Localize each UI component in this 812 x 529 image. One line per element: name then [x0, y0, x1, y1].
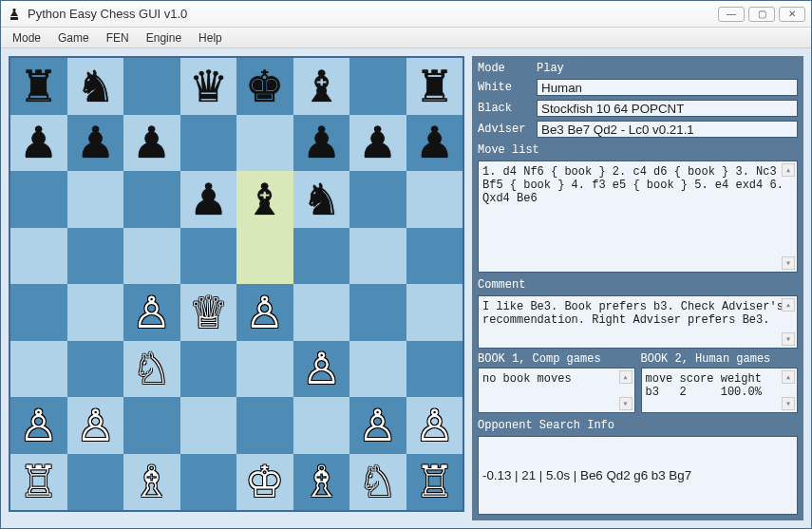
- square-a7[interactable]: ♟: [10, 115, 67, 172]
- square-h4[interactable]: [406, 284, 463, 341]
- piece-p: ♟: [189, 178, 228, 221]
- square-c5[interactable]: [123, 228, 180, 285]
- adviser-field[interactable]: [537, 121, 798, 138]
- square-g6[interactable]: [349, 171, 406, 228]
- square-b5[interactable]: [67, 228, 124, 285]
- square-a6[interactable]: [10, 171, 67, 228]
- square-e4[interactable]: ♙: [236, 284, 293, 341]
- square-a2[interactable]: ♙: [10, 397, 67, 454]
- minimize-button[interactable]: —: [718, 7, 745, 22]
- square-b6[interactable]: [67, 171, 124, 228]
- square-h5[interactable]: [406, 228, 463, 285]
- scrollbar-icon[interactable]: ▴▾: [619, 370, 633, 410]
- square-e3[interactable]: [236, 341, 293, 398]
- square-e2[interactable]: [236, 397, 293, 454]
- app-icon: [7, 7, 22, 22]
- square-b4[interactable]: [67, 284, 124, 341]
- square-d1[interactable]: [180, 454, 237, 511]
- menu-help[interactable]: Help: [191, 29, 230, 47]
- square-c6[interactable]: [123, 171, 180, 228]
- square-g8[interactable]: [349, 58, 406, 115]
- square-b2[interactable]: ♙: [67, 397, 124, 454]
- square-g3[interactable]: [349, 341, 406, 398]
- book1-text: no book moves: [482, 372, 572, 386]
- square-b7[interactable]: ♟: [67, 115, 124, 172]
- piece-p: ♟: [132, 121, 171, 164]
- square-c4[interactable]: ♙: [123, 284, 180, 341]
- square-h1[interactable]: ♖: [406, 454, 463, 511]
- maximize-button[interactable]: ▢: [748, 7, 775, 22]
- square-e8[interactable]: ♚: [236, 58, 293, 115]
- menu-mode[interactable]: Mode: [5, 29, 48, 47]
- square-g4[interactable]: [349, 284, 406, 341]
- square-c7[interactable]: ♟: [123, 115, 180, 172]
- menu-engine[interactable]: Engine: [139, 29, 189, 47]
- square-h7[interactable]: ♟: [406, 115, 463, 172]
- comment-box[interactable]: I like Be3. Book prefers b3. Check Advis…: [478, 295, 798, 349]
- black-field[interactable]: [537, 100, 798, 117]
- square-f6[interactable]: ♞: [293, 171, 350, 228]
- square-d4[interactable]: ♕: [180, 284, 237, 341]
- menu-fen[interactable]: FEN: [99, 29, 137, 47]
- square-c8[interactable]: [123, 58, 180, 115]
- square-a8[interactable]: ♜: [10, 58, 67, 115]
- chess-board[interactable]: ♜♞♛♚♝♜♟♟♟♟♟♟♟♝♞♙♕♙♘♙♙♙♙♙♖♗♔♗♘♖: [9, 56, 464, 512]
- menu-game[interactable]: Game: [50, 29, 97, 47]
- square-f4[interactable]: [293, 284, 350, 341]
- movelist-box[interactable]: 1. d4 Nf6 { book } 2. c4 d6 { book } 3. …: [478, 161, 798, 273]
- square-c3[interactable]: ♘: [123, 341, 180, 398]
- square-d5[interactable]: [180, 228, 237, 285]
- square-c2[interactable]: [123, 397, 180, 454]
- square-f3[interactable]: ♙: [293, 341, 350, 398]
- square-e5[interactable]: [236, 228, 293, 285]
- square-f1[interactable]: ♗: [293, 454, 350, 511]
- square-d8[interactable]: ♛: [180, 58, 237, 115]
- square-f2[interactable]: [293, 397, 350, 454]
- piece-P: ♙: [19, 404, 58, 447]
- scrollbar-icon[interactable]: ▴▾: [782, 163, 795, 270]
- square-g2[interactable]: ♙: [349, 397, 406, 454]
- menubar: Mode Game FEN Engine Help: [1, 28, 811, 48]
- piece-P: ♙: [132, 291, 171, 334]
- square-g7[interactable]: ♟: [349, 115, 406, 172]
- white-label: White: [478, 81, 531, 94]
- square-b1[interactable]: [67, 454, 124, 511]
- square-b3[interactable]: [67, 341, 124, 398]
- square-a4[interactable]: [10, 284, 67, 341]
- square-e7[interactable]: [236, 115, 293, 172]
- piece-r: ♜: [19, 65, 58, 108]
- square-h3[interactable]: [406, 341, 463, 398]
- square-e1[interactable]: ♔: [236, 454, 293, 511]
- square-f7[interactable]: ♟: [293, 115, 350, 172]
- piece-P: ♙: [245, 291, 284, 334]
- square-h6[interactable]: [406, 171, 463, 228]
- piece-p: ♟: [415, 121, 454, 164]
- piece-P: ♙: [415, 404, 454, 447]
- square-d3[interactable]: [180, 341, 237, 398]
- square-g5[interactable]: [349, 228, 406, 285]
- book1-box[interactable]: no book moves ▴▾: [478, 368, 635, 413]
- square-a5[interactable]: [10, 228, 67, 285]
- square-h8[interactable]: ♜: [406, 58, 463, 115]
- scrollbar-icon[interactable]: ▴▾: [782, 370, 795, 410]
- square-d2[interactable]: [180, 397, 237, 454]
- square-c1[interactable]: ♗: [123, 454, 180, 511]
- square-g1[interactable]: ♘: [349, 454, 406, 511]
- book2-box[interactable]: move score weight b3 2 100.0% ▴▾: [641, 368, 799, 413]
- square-b8[interactable]: ♞: [67, 58, 124, 115]
- square-h2[interactable]: ♙: [406, 397, 463, 454]
- movelist-label: Move list: [478, 143, 798, 157]
- square-e6[interactable]: ♝: [236, 171, 293, 228]
- square-a3[interactable]: [10, 341, 67, 398]
- close-button[interactable]: ✕: [779, 7, 805, 22]
- movelist-text: 1. d4 Nf6 { book } 2. c4 d6 { book } 3. …: [482, 165, 784, 205]
- square-d6[interactable]: ♟: [180, 171, 237, 228]
- square-f8[interactable]: ♝: [293, 58, 350, 115]
- white-field[interactable]: [537, 79, 798, 96]
- square-a1[interactable]: ♖: [10, 454, 67, 511]
- square-d7[interactable]: [180, 115, 237, 172]
- square-f5[interactable]: [293, 228, 350, 285]
- piece-N: ♘: [358, 460, 397, 503]
- search-info-field[interactable]: [478, 436, 798, 515]
- scrollbar-icon[interactable]: ▴▾: [782, 298, 795, 346]
